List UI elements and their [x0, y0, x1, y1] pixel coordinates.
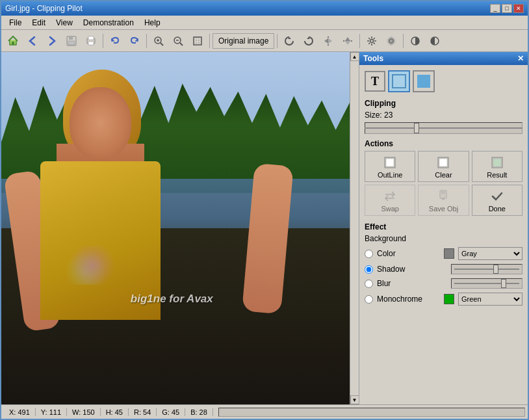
vertical-scrollbar[interactable]: ▲ ▼: [350, 52, 359, 404]
actual-size-button[interactable]: [188, 33, 207, 49]
original-image-button[interactable]: Original image: [213, 33, 274, 49]
background-label: Background: [365, 234, 523, 243]
blur-radio-label: Blur: [377, 279, 447, 288]
status-y: Y: 111: [36, 408, 67, 416]
save-obj-label: Save Obj: [429, 205, 458, 213]
save-button[interactable]: [62, 33, 81, 49]
gear-button[interactable]: [382, 33, 400, 49]
status-w: W: 150: [67, 408, 101, 416]
forward-button[interactable]: [43, 33, 61, 49]
tools-close-button[interactable]: ✕: [517, 54, 524, 63]
monochrome-radio[interactable]: [365, 295, 373, 304]
menu-edit[interactable]: Edit: [27, 17, 51, 29]
shadow-slider[interactable]: [451, 264, 523, 274]
gray-swatch: [444, 248, 454, 259]
person-face: [70, 87, 131, 159]
color-radio[interactable]: [365, 250, 373, 258]
svg-rect-30: [441, 190, 445, 194]
blur-slider[interactable]: [451, 278, 523, 289]
tools-title: Tools: [363, 54, 383, 63]
svg-rect-2: [69, 36, 73, 40]
shadow-slider-thumb: [493, 265, 498, 274]
monochrome-radio-label: Monochrome: [377, 295, 440, 304]
window-frame: Girl.jpg - Clipping Pilot _ □ ✕ File Edi…: [0, 0, 529, 420]
outline-icon: [383, 155, 397, 170]
rotate-cw-button[interactable]: [300, 33, 318, 49]
window-title: Girl.jpg - Clipping Pilot: [5, 4, 83, 13]
svg-rect-6: [88, 42, 94, 45]
photo-display: big1ne for Avax ▲ ▼: [1, 52, 359, 404]
effect-section: Effect Background Color Gray White Black: [365, 222, 523, 306]
save-obj-button[interactable]: Save Obj: [418, 185, 469, 216]
settings-button[interactable]: [363, 33, 381, 49]
redo-button[interactable]: [125, 33, 144, 49]
menu-demonstration[interactable]: Demonstration: [78, 17, 139, 29]
main-area: big1ne for Avax ▲ ▼ Tools ✕ T: [1, 52, 528, 404]
done-label: Done: [489, 205, 506, 213]
square-border-tool-button[interactable]: [388, 70, 410, 92]
swap-icon: [383, 189, 397, 203]
undo-button[interactable]: [106, 33, 124, 49]
clipping-section: Clipping Size: 23: [365, 99, 523, 134]
outline-button[interactable]: OutLine: [365, 151, 415, 182]
swap-label: Swap: [381, 205, 399, 213]
clear-button[interactable]: Clear: [418, 151, 469, 182]
outline-label: OutLine: [378, 171, 403, 179]
square-fill-tool-button[interactable]: [413, 70, 435, 92]
contrast-left-button[interactable]: [406, 33, 424, 49]
size-slider-container: [365, 122, 523, 134]
status-b: B: 28: [185, 408, 213, 416]
separator-1: [103, 34, 103, 48]
svg-rect-24: [386, 159, 394, 166]
tool-type-selector: T: [365, 70, 523, 92]
tools-body: T Clipping Size: 23: [359, 65, 528, 404]
green-swatch: [444, 294, 454, 304]
menu-view[interactable]: View: [51, 17, 78, 29]
svg-rect-14: [194, 37, 201, 45]
minimize-button[interactable]: _: [490, 4, 500, 13]
print-button[interactable]: [82, 33, 100, 49]
separator-3: [209, 34, 210, 48]
separator-2: [146, 34, 147, 48]
home-button[interactable]: [4, 33, 22, 49]
color-select[interactable]: Gray White Black: [458, 247, 523, 260]
svg-rect-26: [439, 159, 447, 166]
close-button[interactable]: ✕: [513, 4, 524, 13]
actions-section: Actions OutLine: [365, 139, 523, 216]
status-h: H: 45: [101, 408, 129, 416]
blur-radio[interactable]: [365, 280, 373, 288]
scroll-down-button[interactable]: ▼: [350, 395, 359, 404]
shadow-radio-label: Shadow: [377, 265, 447, 274]
text-tool-button[interactable]: T: [365, 71, 385, 92]
color-radio-label: Color: [377, 249, 440, 258]
menu-help[interactable]: Help: [139, 17, 166, 29]
effect-label: Effect: [365, 222, 523, 231]
shadow-row: Shadow: [365, 264, 523, 274]
title-bar: Girl.jpg - Clipping Pilot _ □ ✕: [1, 1, 528, 16]
result-button[interactable]: Result: [472, 151, 523, 182]
rotate-ccw-button[interactable]: [280, 33, 298, 49]
done-button[interactable]: Done: [472, 185, 523, 216]
action-buttons-grid: OutLine Clear: [365, 151, 523, 216]
contrast-right-button[interactable]: [426, 33, 444, 49]
save-obj-icon: [436, 189, 450, 203]
svg-rect-3: [68, 41, 75, 45]
monochrome-select[interactable]: Green Red Blue: [458, 293, 523, 306]
back-button[interactable]: [23, 33, 42, 49]
done-icon: [490, 189, 504, 203]
zoom-in-button[interactable]: [149, 33, 168, 49]
menu-file[interactable]: File: [4, 17, 27, 29]
size-label: Size: 23: [365, 111, 523, 120]
blur-slider-thumb: [501, 279, 506, 288]
scroll-up-button[interactable]: ▲: [350, 52, 359, 61]
menu-bar: File Edit View Demonstration Help: [1, 16, 528, 30]
swap-button[interactable]: Swap: [365, 185, 415, 216]
flip-h-button[interactable]: [319, 33, 337, 49]
zoom-out-button[interactable]: [169, 33, 187, 49]
svg-point-19: [370, 39, 374, 42]
flip-v-button[interactable]: [339, 33, 357, 49]
title-bar-controls: _ □ ✕: [490, 4, 524, 13]
shadow-radio[interactable]: [365, 265, 373, 274]
maximize-button[interactable]: □: [502, 4, 512, 13]
separator-5: [359, 34, 360, 48]
